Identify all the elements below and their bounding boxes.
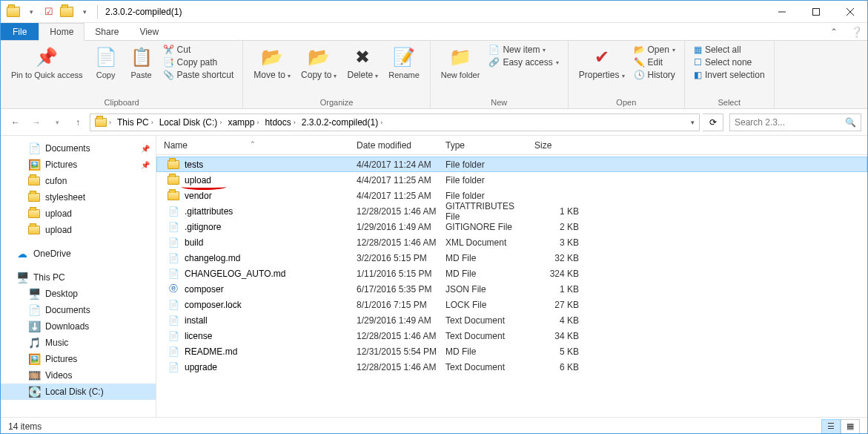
breadcrumb-segment[interactable]: htdocs›: [262, 114, 298, 131]
copy-button[interactable]: 📄Copy: [89, 44, 123, 81]
invert-selection-button[interactable]: ◧Invert selection: [691, 69, 768, 81]
file-row[interactable]: 📄.gitignore1/29/2016 1:49 AMGITIGNORE Fi…: [156, 219, 867, 234]
refresh-button[interactable]: ⟳: [703, 114, 723, 131]
file-row[interactable]: 📄license12/28/2015 1:46 AMText Document3…: [156, 328, 867, 343]
new-item-button[interactable]: 📄New item ▾: [486, 44, 561, 56]
pin-icon: 📌: [141, 145, 150, 153]
tree-item-icon: ⬇️: [27, 320, 41, 332]
file-row[interactable]: 📄changelog.md3/2/2016 5:15 PMMD File32 K…: [156, 250, 867, 266]
tree-item[interactable]: 🖼️Pictures📌: [1, 157, 156, 173]
group-label-organize: Organize: [249, 96, 424, 107]
ribbon-collapse-icon[interactable]: ⌃: [823, 23, 845, 40]
edit-button[interactable]: ✏️Edit: [631, 56, 678, 68]
tree-item[interactable]: 📄Documents: [1, 302, 156, 318]
pin-quick-access-button[interactable]: 📌Pin to Quick access: [7, 44, 87, 81]
tree-item[interactable]: 💽Local Disk (C:): [1, 384, 156, 400]
delete-button[interactable]: ✖Delete ▾: [342, 44, 382, 82]
search-placeholder: Search 2.3...: [735, 117, 785, 128]
file-date: 4/4/2017 11:24 AM: [349, 160, 438, 170]
col-header-size[interactable]: Size: [527, 140, 586, 151]
copy-to-button[interactable]: 📂Copy to ▾: [296, 44, 341, 82]
back-button[interactable]: ←: [7, 114, 24, 131]
file-name: .gitignore: [185, 222, 221, 232]
new-folder-button[interactable]: 📁New folder: [437, 44, 485, 81]
move-to-button[interactable]: 📂Move to ▾: [249, 44, 295, 82]
search-icon: 🔍: [845, 117, 856, 128]
file-row[interactable]: ⓔcomposer6/17/2016 5:35 PMJSON File1 KB: [156, 281, 867, 297]
tree-item[interactable]: 🖥️Desktop: [1, 286, 156, 302]
properties-button[interactable]: ✔Properties ▾: [574, 44, 629, 82]
file-type: XML Document: [438, 237, 527, 248]
select-all-button[interactable]: ▦Select all: [691, 44, 768, 56]
tree-item[interactable]: 🎵Music: [1, 335, 156, 351]
file-type: Text Document: [438, 331, 527, 341]
tab-home[interactable]: Home: [39, 23, 85, 41]
view-details-button[interactable]: ☰: [821, 419, 841, 434]
file-type: MD File: [438, 346, 527, 357]
tree-item[interactable]: cufon: [1, 173, 156, 189]
tree-item[interactable]: 🎞️Videos: [1, 367, 156, 384]
qat-properties-icon[interactable]: ☑: [41, 4, 57, 20]
file-row[interactable]: 📄build12/28/2015 1:46 AMXML Document3 KB: [156, 234, 867, 250]
breadcrumb-segment[interactable]: 2.3.0.2-compiled(1)›: [299, 114, 385, 131]
file-icon: 📄: [167, 331, 180, 341]
view-icons-button[interactable]: ▦: [841, 419, 860, 434]
file-row[interactable]: 📄CHANGELOG_AUTO.md1/11/2016 5:15 PMMD Fi…: [156, 266, 867, 281]
file-date: 1/29/2016 1:49 AM: [349, 315, 438, 326]
col-header-name[interactable]: ⌃Name: [156, 140, 349, 151]
paste-button[interactable]: 📋Paste: [125, 44, 159, 81]
nav-tree[interactable]: 📄Documents📌🖼️Pictures📌cufonstylesheetupl…: [1, 136, 156, 417]
tree-item[interactable]: 📄Documents📌: [1, 140, 156, 157]
qat-dropdown-icon[interactable]: ▾: [23, 4, 39, 20]
file-row[interactable]: 📄README.md12/31/2015 5:54 PMMD File5 KB: [156, 343, 867, 359]
help-icon[interactable]: ❔: [845, 23, 867, 40]
close-button[interactable]: [833, 1, 867, 22]
tab-share[interactable]: Share: [85, 23, 129, 40]
file-type: MD File: [438, 253, 527, 263]
tree-item[interactable]: ⬇️Downloads: [1, 318, 156, 335]
breadcrumb-segment[interactable]: Local Disk (C:)›: [156, 114, 225, 131]
tab-file[interactable]: File: [1, 23, 39, 40]
addr-dropdown-icon[interactable]: ▾: [688, 114, 698, 131]
file-row[interactable]: 📄.gitattributes12/28/2015 1:46 AMGITATTR…: [156, 203, 867, 219]
tree-item[interactable]: upload: [1, 206, 156, 222]
file-size: 2 KB: [527, 222, 586, 232]
file-icon: 📄: [167, 206, 180, 217]
rename-button[interactable]: 📝Rename: [384, 44, 424, 81]
breadcrumb-segment[interactable]: This PC›: [114, 114, 156, 131]
file-row[interactable]: tests4/4/2017 11:24 AMFile folder: [156, 157, 867, 172]
tree-item-onedrive[interactable]: ☁OneDrive: [1, 246, 156, 262]
select-none-button[interactable]: ☐Select none: [691, 56, 768, 68]
tree-item[interactable]: stylesheet: [1, 189, 156, 206]
cut-button[interactable]: ✂️Cut: [160, 44, 237, 56]
qat-newfolder-icon[interactable]: [59, 4, 75, 20]
address-bar[interactable]: › This PC›Local Disk (C:)›xampp›htdocs›2…: [90, 114, 700, 131]
col-header-type[interactable]: Type: [438, 140, 527, 151]
file-name: composer: [185, 284, 224, 295]
file-row[interactable]: 📄upgrade12/28/2015 1:46 AMText Document6…: [156, 359, 867, 375]
paste-shortcut-icon: 📎: [163, 70, 174, 80]
forward-button[interactable]: →: [27, 114, 45, 131]
open-button[interactable]: 📂Open ▾: [631, 44, 678, 56]
search-input[interactable]: Search 2.3... 🔍: [729, 114, 861, 131]
tree-item-thispc[interactable]: 🖥️This PC: [1, 269, 156, 286]
up-button[interactable]: ↑: [69, 114, 87, 131]
qat-customize-icon[interactable]: ▾: [76, 4, 93, 20]
file-icon: [167, 191, 180, 200]
minimize-button[interactable]: [765, 1, 799, 22]
tab-view[interactable]: View: [129, 23, 169, 40]
file-name: composer.lock: [185, 300, 242, 310]
tree-item[interactable]: 🖼️Pictures: [1, 351, 156, 367]
history-button[interactable]: 🕓History: [631, 69, 678, 81]
tree-item[interactable]: upload: [1, 222, 156, 238]
recent-dropdown[interactable]: ▾: [48, 114, 66, 131]
breadcrumb-segment[interactable]: xampp›: [225, 114, 262, 131]
easy-access-button[interactable]: 🔗Easy access ▾: [486, 56, 561, 68]
maximize-button[interactable]: [799, 1, 833, 22]
file-row[interactable]: 📄install1/29/2016 1:49 AMText Document4 …: [156, 312, 867, 328]
file-row[interactable]: 📄composer.lock8/1/2016 7:15 PMLOCK File2…: [156, 297, 867, 312]
file-row[interactable]: upload4/4/2017 11:25 AMFile folder: [156, 172, 867, 188]
paste-shortcut-button[interactable]: 📎Paste shortcut: [160, 69, 237, 81]
col-header-date[interactable]: Date modified: [349, 140, 438, 151]
copy-path-button[interactable]: 📑Copy path: [160, 56, 237, 68]
